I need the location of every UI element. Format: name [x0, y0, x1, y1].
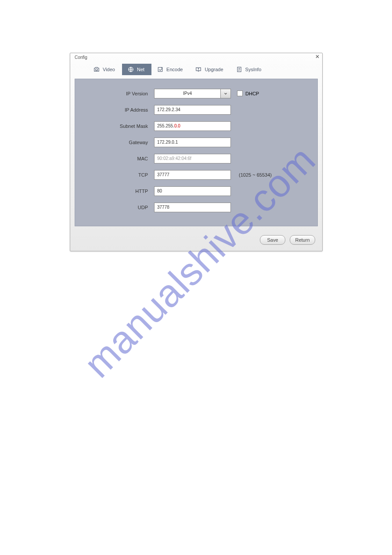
row-ip-address: IP Address [84, 104, 309, 115]
tab-label: Video [103, 67, 115, 72]
tab-label: Encode [166, 67, 183, 72]
label-udp: UDP [84, 205, 154, 210]
tab-sysinfo[interactable]: SysInfo [230, 64, 269, 75]
tab-label: SysInfo [245, 67, 262, 72]
gateway-input[interactable] [154, 138, 231, 147]
label-gateway: Gateway [84, 140, 154, 145]
tab-strip: Video Net Encode Upgrade SysInfo [70, 61, 322, 75]
row-subnet-mask: Subnet Mask 255.255.0.0 [84, 120, 309, 131]
config-window: Config ✕ Video Net Encode Upgrade [70, 53, 323, 251]
svg-point-0 [96, 69, 98, 71]
label-mac: MAC [84, 156, 154, 161]
tab-label: Net [137, 67, 144, 72]
row-gateway: Gateway [84, 137, 309, 148]
tab-label: Upgrade [205, 67, 223, 72]
title-bar: Config ✕ [70, 53, 322, 61]
dhcp-label: DHCP [245, 91, 259, 96]
save-button[interactable]: Save [260, 235, 285, 245]
form-panel: IP Version IPv4 DHCP IP Address Subnet M… [75, 79, 318, 226]
tcp-input[interactable] [154, 170, 231, 180]
globe-icon [127, 66, 134, 73]
udp-input[interactable] [154, 203, 231, 212]
row-mac: MAC [84, 153, 309, 164]
tab-net[interactable]: Net [122, 64, 151, 75]
tab-video[interactable]: Video [88, 64, 122, 75]
subnet-black: 255.255. [157, 123, 174, 128]
label-ip-version: IP Version [84, 91, 154, 96]
sysinfo-icon [236, 66, 243, 73]
upgrade-icon [195, 66, 202, 73]
chevron-down-icon[interactable] [221, 89, 231, 98]
subnet-red: 0.0 [174, 123, 180, 128]
label-tcp: TCP [84, 172, 154, 178]
ip-address-input[interactable] [154, 105, 231, 115]
row-udp: UDP [84, 202, 309, 213]
tab-encode[interactable]: Encode [151, 64, 190, 75]
return-button[interactable]: Return [290, 235, 315, 245]
camera-icon [93, 66, 100, 73]
tcp-hint: (1025 ~ 65534) [239, 172, 272, 178]
ip-version-select[interactable]: IPv4 [154, 89, 221, 98]
row-ip-version: IP Version IPv4 DHCP [84, 88, 309, 99]
mac-input [154, 154, 231, 163]
encode-icon [157, 66, 164, 73]
row-http: HTTP [84, 185, 309, 196]
close-icon[interactable]: ✕ [314, 54, 320, 60]
label-http: HTTP [84, 189, 154, 194]
label-subnet-mask: Subnet Mask [84, 123, 154, 129]
footer: Save Return [70, 231, 322, 251]
tab-upgrade[interactable]: Upgrade [190, 64, 230, 75]
label-ip-address: IP Address [84, 107, 154, 112]
subnet-mask-input[interactable]: 255.255.0.0 [154, 121, 231, 131]
dhcp-checkbox[interactable] [237, 91, 243, 96]
row-tcp: TCP (1025 ~ 65534) [84, 169, 309, 180]
window-title: Config [75, 55, 87, 60]
http-input[interactable] [154, 186, 231, 196]
